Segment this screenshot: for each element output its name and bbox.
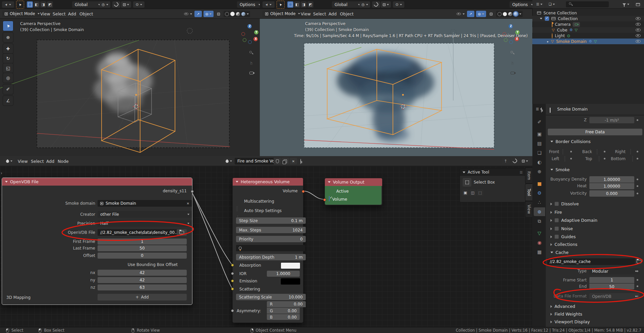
fake-user-button[interactable] [274,158,281,164]
editor-type-dropdown[interactable]: ☰ [534,1,544,8]
shading-rendered-button[interactable] [241,12,245,16]
tool-move[interactable]: ✚ [3,44,13,54]
material-type-dropdown[interactable] [223,158,234,164]
openvdb-file-field[interactable]: //2.82_smoke_cache\data\density_0001.vdb [98,229,181,236]
ny-field[interactable]: 42 [98,277,187,283]
front-checkbox[interactable] [563,149,563,154]
menu-select[interactable]: Select [53,11,66,16]
outliner-row-smoke-domain[interactable]: ▸ ▽ Smoke Domain ⚙ ▽ [532,39,644,44]
tool-scale[interactable]: ◱ [3,63,13,73]
nx-field[interactable]: 42 [98,270,187,276]
adaptive-domain-section[interactable]: Adaptive Domain [550,218,597,223]
zoom-button[interactable] [248,50,255,56]
adaptive-domain-checkbox[interactable] [554,218,559,222]
snap-settings-dropdown[interactable] [381,1,391,8]
animate-dot[interactable] [637,151,638,152]
active-tool-button[interactable]: ➤ [277,1,285,9]
cache-section[interactable]: Cache [550,250,569,255]
select-mode-3-button[interactable]: ⬚ [477,189,483,196]
new-collection-button[interactable] [634,1,642,8]
add-mapping-button[interactable]: +Add [98,294,187,301]
dissolve-section[interactable]: Dissolve [550,201,579,206]
snap-node-toggle[interactable] [511,158,519,164]
outliner-row-collection[interactable]: Collection [532,16,644,21]
animate-dot[interactable] [637,285,638,287]
eye-icon[interactable] [636,23,641,26]
active-tool-button[interactable]: ➤ [16,1,24,9]
asymmetry-r-field[interactable]: R0.00 [267,301,306,307]
mesh-data-icon[interactable]: ▽ [575,28,577,32]
editor-type-dropdown[interactable] [3,158,15,164]
camera-view-button[interactable] [248,70,255,76]
display-mode-dropdown[interactable]: ❏ [546,1,557,8]
menu-object[interactable]: Object [79,11,93,16]
tool-select-box[interactable]: ➤ [3,21,13,31]
outliner-row-scene-collection[interactable]: Scene Collection [532,10,644,16]
gizmo-y[interactable]: Y [255,31,257,34]
transform-orientation-dropdown[interactable]: Global [72,1,103,8]
animate-dot[interactable] [637,179,638,180]
eye-icon[interactable] [636,34,641,37]
collection-checkbox[interactable] [545,16,549,21]
shading-solid-button[interactable] [230,12,235,16]
active-checkbox[interactable] [329,196,330,201]
select-mode-invert-button[interactable]: ◩ [47,1,53,8]
menu-select[interactable]: Select [31,159,44,164]
tab-output[interactable]: ▤ [534,139,545,148]
pivot-point-dropdown[interactable]: ◎ [100,1,110,8]
asymmetry-socket[interactable] [231,309,234,312]
frame-start-field[interactable]: 1 [589,277,634,283]
modifier-badge-icon[interactable]: ⚙ [589,39,592,44]
top-checkbox[interactable] [599,156,599,161]
select-mode-set-button[interactable] [287,1,293,8]
light-object-gizmo[interactable] [187,28,192,34]
asymmetry-b-field[interactable]: B0.00 [267,314,300,320]
outliner-row-camera[interactable]: Camera [532,21,644,27]
volume-output-node[interactable]: Volume Output Active Volume [325,178,383,205]
gizmo-z[interactable]: Z [510,25,512,28]
select-mode-subtract-button[interactable]: ◨ [301,1,307,8]
node-editor-canvas[interactable]: › OpenVDB File density_s11 Smoke domain … [0,166,532,327]
parent-node-tree-button[interactable]: ↑ [502,158,510,164]
right-checkbox[interactable] [630,149,631,154]
select-mode-invert-button[interactable]: ◩ [307,1,313,8]
menu-select[interactable]: Select [313,11,326,16]
light-group-dropdown[interactable] [236,245,305,251]
cache-type-dropdown[interactable]: Modular [589,268,640,274]
shading-solid-button[interactable] [503,12,507,16]
emission-socket[interactable] [231,279,234,282]
menu-node[interactable]: Node [58,159,69,164]
volume-input-socket[interactable] [323,198,326,201]
proportional-edit-dropdown[interactable]: ⊙ [393,1,404,8]
xray-toggle[interactable] [215,11,222,17]
border-collisions-section[interactable]: Border Collisions [550,139,591,144]
menu-add[interactable]: Add [329,11,337,16]
outliner-row-cube[interactable]: ▽ Cube ⚙ ▽ [532,27,644,33]
overlays-dropdown[interactable]: ◎ [203,11,214,17]
data-file-format-dropdown[interactable]: OpenVDB [589,293,640,299]
snap-toggle-button[interactable] [372,1,380,8]
collapse-icon[interactable] [5,181,8,183]
noise-checkbox[interactable] [554,226,559,231]
camera-data-badge[interactable] [573,22,580,27]
file-browse-button[interactable] [177,229,187,236]
tab-physics[interactable]: ⊚ [534,207,545,216]
transform-orientation-dropdown[interactable]: Global [332,1,363,8]
emission-color-swatch[interactable] [281,278,300,285]
zoom-button[interactable] [509,50,516,56]
precision-dropdown[interactable]: Half [98,220,192,227]
select-mode-set-button[interactable] [27,1,33,8]
advanced-section[interactable]: Advanced [550,304,575,309]
max-steps-slider[interactable]: Max. Steps1024 [236,227,306,233]
creator-dropdown[interactable]: other File [98,211,192,218]
gizmo-y[interactable]: Y [517,31,519,34]
unlink-material-button[interactable]: ✕ [290,158,297,164]
viewport-left-canvas[interactable]: Camera Perspective (39) Collection | Smo… [0,19,260,156]
menu-add[interactable]: Add [46,159,54,164]
mesh-data-icon[interactable]: ▽ [594,39,597,44]
animate-dot[interactable] [637,270,638,272]
tool-cursor[interactable]: ⊕ [3,32,13,43]
left-checkbox[interactable] [565,156,565,161]
heterogeneous-volume-node[interactable]: Heterogeneous Volume Volume Multiscatter… [232,178,303,323]
bottom-checkbox[interactable] [632,156,633,161]
